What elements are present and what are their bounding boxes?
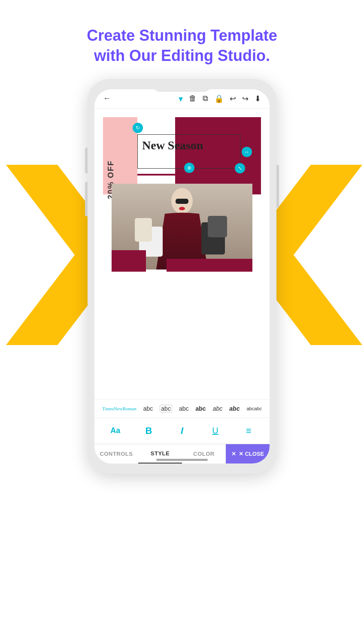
template-design: 20% OFF New Season ↻ ⊕ ↔ ⤡ bbox=[103, 117, 261, 272]
phone-button-volume-mute bbox=[85, 148, 88, 173]
decorative-line-1 bbox=[137, 174, 240, 176]
scale-handle[interactable]: ⤡ bbox=[235, 163, 245, 173]
page-title: Create Stunning Template with Our Editin… bbox=[87, 26, 277, 66]
font-option-normal[interactable]: abc bbox=[143, 405, 153, 412]
dropdown-icon[interactable]: ▾ bbox=[179, 94, 183, 104]
back-button[interactable]: ← bbox=[103, 94, 111, 103]
underline-button[interactable]: U bbox=[207, 422, 224, 439]
phone-button-power bbox=[276, 165, 279, 208]
canvas-area[interactable]: 20% OFF New Season ↻ ⊕ ↔ ⤡ bbox=[94, 109, 270, 399]
format-row: Aa B I U ≡ bbox=[94, 418, 270, 444]
decorative-line-2 bbox=[175, 178, 244, 180]
bold-button[interactable]: B bbox=[140, 422, 157, 439]
font-option-timesnewroman[interactable]: TimesNewRoman bbox=[102, 406, 136, 411]
toolbar-left: ← bbox=[103, 94, 111, 103]
svg-point-9 bbox=[179, 207, 185, 210]
download-icon[interactable]: ⬇ bbox=[255, 94, 261, 103]
text-element[interactable]: New Season ↻ ⊕ ↔ ⤡ bbox=[137, 134, 240, 169]
tab-controls[interactable]: CONTROLS bbox=[94, 444, 138, 464]
rotate-handle[interactable]: ↻ bbox=[133, 123, 143, 133]
lock-icon[interactable]: 🔒 bbox=[214, 94, 224, 103]
horizontal-scale-handle[interactable]: ↔ bbox=[242, 147, 252, 157]
align-button[interactable]: ≡ bbox=[240, 422, 257, 439]
phone-notch bbox=[152, 79, 212, 92]
tab-close-button[interactable]: ✕ ✕ CLOSE bbox=[226, 444, 270, 464]
phone-mockup: ← ▾ 🗑 ⧉ 🔒 ↩ ↪ ⬇ bbox=[79, 79, 285, 500]
crimson-bottom-right bbox=[167, 259, 252, 272]
editor-toolbar: ← ▾ 🗑 ⧉ 🔒 ↩ ↪ ⬇ bbox=[94, 89, 270, 109]
redo-icon[interactable]: ↪ bbox=[242, 94, 249, 103]
delete-icon[interactable]: 🗑 bbox=[189, 94, 197, 103]
font-option-bold[interactable]: abc bbox=[196, 405, 206, 412]
phone-screen: ← ▾ 🗑 ⧉ 🔒 ↩ ↪ ⬇ bbox=[94, 89, 270, 464]
phone-shell: ← ▾ 🗑 ⧉ 🔒 ↩ ↪ ⬇ bbox=[88, 79, 276, 474]
font-option-light[interactable]: abc bbox=[179, 405, 189, 412]
svg-rect-5 bbox=[135, 218, 152, 242]
phone-button-volume bbox=[85, 182, 88, 216]
move-handle[interactable]: ⊕ bbox=[184, 163, 194, 173]
text-content: New Season bbox=[138, 135, 240, 156]
home-indicator bbox=[156, 459, 208, 461]
italic-button[interactable]: I bbox=[173, 422, 191, 439]
svg-rect-8 bbox=[176, 199, 188, 204]
svg-rect-7 bbox=[208, 216, 227, 237]
close-x-icon: ✕ bbox=[231, 451, 236, 457]
undo-icon[interactable]: ↩ bbox=[230, 94, 236, 103]
font-option-italic[interactable]: abc bbox=[213, 405, 223, 412]
toolbar-right: ▾ 🗑 ⧉ 🔒 ↩ ↪ ⬇ bbox=[179, 94, 261, 104]
font-option-combo[interactable]: abcabc bbox=[246, 406, 262, 411]
font-picker: TimesNewRoman abc abc abc abc abc abc ab… bbox=[94, 399, 270, 418]
font-size-button[interactable]: Aa bbox=[107, 422, 124, 439]
copy-icon[interactable]: ⧉ bbox=[203, 94, 208, 103]
crimson-bottom-left bbox=[112, 250, 146, 272]
font-option-rounded[interactable]: abc bbox=[160, 405, 172, 412]
font-option-bold-italic[interactable]: abc bbox=[229, 405, 240, 412]
